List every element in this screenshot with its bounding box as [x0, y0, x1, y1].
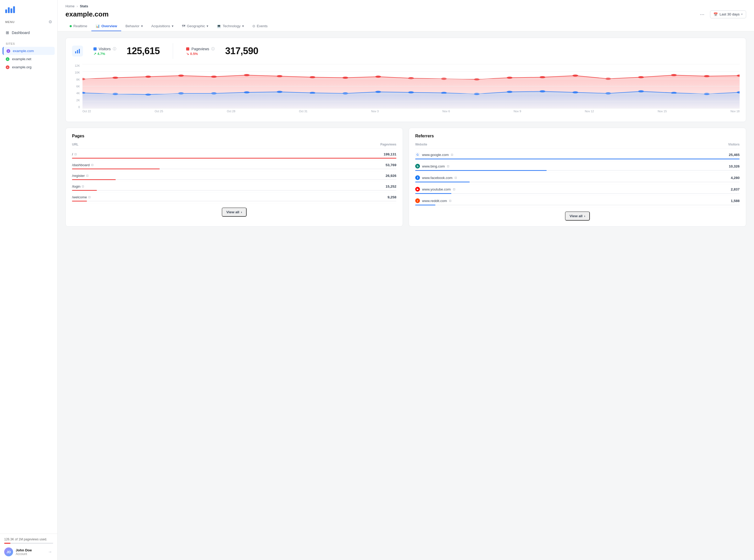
svg-point-36 [474, 93, 480, 95]
ref-ext-4[interactable]: ⊡ [449, 199, 451, 202]
acquisitions-chevron-icon: ▾ [172, 24, 174, 28]
site-item-2[interactable]: o example.org [3, 63, 55, 71]
overview-chart-icon: 📊 [96, 24, 100, 28]
site-dot-1: n [6, 57, 9, 61]
page-views-4: 9,258 [387, 195, 397, 199]
sites-label: SITES [0, 38, 57, 47]
svg-point-39 [572, 91, 578, 94]
calendar-icon: 📅 [713, 12, 718, 17]
tab-realtime[interactable]: Realtime [65, 21, 91, 31]
pages-view-all-button[interactable]: View all › [222, 207, 247, 217]
ref-label-2: www.facebook.com [422, 176, 452, 180]
technology-icon: 💻 [217, 24, 221, 28]
svg-point-42 [671, 92, 677, 94]
y-label-4: 4K [72, 92, 80, 95]
svg-point-41 [638, 90, 644, 93]
main-header: Home › Stats example.com ··· 📅 Last 30 d… [58, 0, 754, 32]
bing-icon: b [415, 164, 420, 168]
pageviews-change: ↘ 0.5% [186, 52, 215, 56]
ref-row-3: ▶ www.youtube.com ⊡ 2,837 [415, 184, 740, 196]
ref-ext-2[interactable]: ⊡ [455, 176, 457, 180]
ext-link-icon-3[interactable]: ⊡ [82, 185, 84, 188]
stats-chart-icon [72, 45, 83, 57]
page-bar-4 [72, 201, 87, 201]
svg-point-18 [572, 75, 578, 77]
svg-point-31 [309, 92, 315, 94]
ext-link-icon-2[interactable]: ⊡ [86, 174, 89, 177]
page-bar-0 [72, 158, 397, 159]
stats-card: Visitors ⓘ ↗ 4.7% 125,615 Pageviews ⓘ [65, 38, 746, 122]
page-row-1: /dashboard ⊡ 53,769 [72, 160, 397, 171]
site-item-0[interactable]: e example.com [3, 47, 55, 55]
stat-divider [173, 43, 173, 59]
y-label-0: 12K [72, 64, 80, 67]
tab-events[interactable]: ⊙ Events [248, 21, 272, 31]
svg-point-26 [145, 94, 151, 96]
avatar: JD [4, 547, 13, 556]
ref-ext-3[interactable]: ⊡ [453, 187, 455, 191]
dashboard-label: Dashboard [12, 31, 30, 35]
more-options-button[interactable]: ··· [698, 10, 707, 18]
svg-point-22 [704, 75, 710, 77]
ref-ext-0[interactable]: ⊡ [451, 153, 453, 157]
pages-table-header: URL Pageviews [72, 143, 397, 148]
ref-bar-0 [415, 159, 740, 159]
facebook-icon: f [415, 175, 420, 180]
tab-technology[interactable]: 💻 Technology ▾ [213, 21, 248, 31]
ext-link-icon-1[interactable]: ⊡ [91, 163, 94, 167]
tab-geographic[interactable]: 🗺 Geographic ▾ [178, 21, 213, 31]
site-item-1[interactable]: n example.net [3, 55, 55, 63]
page-bar-3 [72, 190, 97, 191]
logo-bar-1 [5, 9, 7, 13]
chart-svg-area [82, 64, 740, 108]
main-content: Home › Stats example.com ··· 📅 Last 30 d… [58, 0, 754, 560]
events-target-icon: ⊙ [252, 24, 255, 28]
page-bar-2 [72, 179, 116, 180]
ext-link-icon-4[interactable]: ⊡ [88, 196, 91, 199]
ref-ext-1[interactable]: ⊡ [447, 165, 449, 168]
chart-y-labels: 12K 10K 8K 6K 4K 2K 0 [72, 64, 81, 108]
svg-point-10 [309, 76, 315, 78]
svg-point-32 [343, 93, 348, 95]
tab-behavior[interactable]: Behavior ▾ [121, 21, 147, 31]
svg-point-5 [145, 76, 151, 78]
page-row-2: /register ⊡ 26,926 [72, 171, 397, 182]
usage-text: 126.3K of 1M pageviews used. [4, 538, 53, 541]
breadcrumb-home[interactable]: Home [65, 4, 75, 8]
sidebar-item-dashboard[interactable]: ⊞ Dashboard [3, 28, 55, 37]
logo-icon [5, 5, 15, 13]
sites-list: e example.com n example.net o example.or… [0, 47, 57, 71]
svg-point-16 [507, 77, 513, 79]
settings-icon[interactable]: ⚙ [49, 19, 52, 24]
date-range-button[interactable]: 📅 Last 30 days ▾ [710, 11, 746, 18]
tab-acquisitions[interactable]: Acquisitions ▾ [147, 21, 178, 31]
svg-point-9 [277, 75, 283, 77]
behavior-chevron-icon: ▾ [141, 24, 143, 28]
page-title: example.com [65, 10, 109, 18]
user-role: Account [16, 552, 44, 556]
pages-col-views: Pageviews [381, 143, 397, 146]
svg-point-7 [211, 76, 217, 78]
visitors-info-icon: ⓘ [113, 46, 116, 51]
page-url-2: /register [72, 174, 85, 178]
site-label-2: example.org [12, 65, 32, 69]
tab-overview[interactable]: 📊 Overview [91, 21, 121, 31]
page-url-1: /dashboard [72, 163, 90, 167]
svg-point-43 [704, 93, 710, 95]
referrers-col-website: Website [415, 143, 427, 146]
pageviews-label: Pageviews [191, 47, 209, 51]
ext-link-icon-0[interactable]: ⊡ [74, 153, 77, 156]
svg-point-40 [605, 93, 611, 95]
visitors-change: ↗ 4.7% [94, 52, 116, 56]
referrers-view-all-label: View all [570, 214, 582, 218]
visitors-change-value: 4.7% [97, 52, 105, 56]
tab-nav: Realtime 📊 Overview Behavior ▾ Acquisiti… [65, 21, 746, 31]
bottom-row: Pages URL Pageviews / ⊡ 199,131 [65, 128, 746, 227]
ref-bar-3 [415, 193, 451, 194]
logout-button[interactable]: → [47, 548, 53, 555]
svg-point-29 [244, 91, 250, 94]
sidebar-footer: 126.3K of 1M pageviews used. JD John Doe… [0, 534, 57, 560]
realtime-dot [70, 25, 72, 27]
pageviews-info-icon: ⓘ [211, 46, 215, 51]
referrers-view-all-button[interactable]: View all › [565, 212, 590, 221]
